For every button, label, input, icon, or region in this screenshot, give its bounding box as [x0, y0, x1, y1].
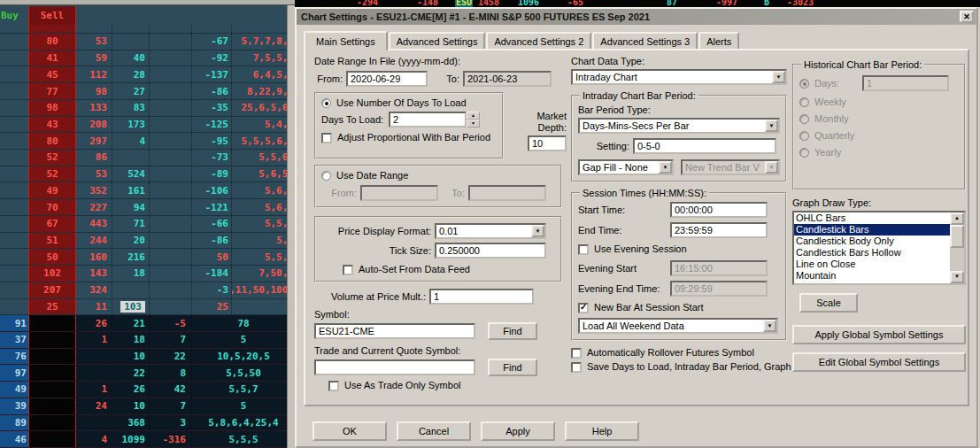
- scroll-down-icon[interactable]: ▼: [950, 271, 964, 283]
- historical-bar-period-group: Historical Chart Bar Period: Days: Weekl…: [792, 59, 966, 190]
- chevron-down-icon[interactable]: ▼: [659, 161, 672, 174]
- hist-days-field[interactable]: [862, 75, 949, 91]
- scroll-up-icon[interactable]: ▲: [950, 212, 964, 225]
- dialog-titlebar[interactable]: Chart Settings - ESU21-CME[M] #1 - E-MIN…: [297, 9, 976, 25]
- scrollbar-track[interactable]: [950, 248, 964, 271]
- days-to-load-field[interactable]: [389, 112, 467, 127]
- close-button[interactable]: ✕: [960, 11, 974, 23]
- tab-main-settings[interactable]: Main Settings: [304, 31, 388, 50]
- price-cell: [0, 233, 28, 249]
- dom-cell: -86: [191, 233, 231, 249]
- hist-quarterly-label: Quarterly: [814, 130, 854, 142]
- panel-scrollbar[interactable]: [287, 5, 295, 448]
- tab-advanced-settings-2[interactable]: Advanced Settings 2: [486, 32, 591, 49]
- dom-cell: [149, 25, 191, 33]
- apply-button[interactable]: Apply: [481, 421, 555, 441]
- dom-cell: [76, 415, 112, 431]
- end-time-field[interactable]: [670, 222, 768, 238]
- days-to-load-spinner[interactable]: ▲ ▼: [467, 112, 480, 127]
- graph-draw-option[interactable]: Candlestick Bars Hollow: [794, 247, 950, 259]
- dom-cell: 324: [76, 282, 112, 298]
- evening-start-field[interactable]: [670, 260, 768, 276]
- adjust-proportional-checkbox[interactable]: ✓: [321, 133, 332, 143]
- tick-size-field[interactable]: [435, 243, 546, 259]
- hist-quarterly-radio[interactable]: [799, 131, 809, 141]
- tab-advanced-settings[interactable]: Advanced Settings: [389, 32, 486, 49]
- hist-monthly-radio[interactable]: [799, 114, 809, 124]
- price-cell: [0, 25, 28, 33]
- gap-fill-combo[interactable]: Gap Fill - None ▼: [578, 159, 674, 175]
- help-button[interactable]: Help: [565, 421, 639, 441]
- new-trend-bar-combo[interactable]: New Trend Bar V ▼: [681, 159, 780, 175]
- graph-draw-option[interactable]: Candlestick Body Only: [794, 236, 950, 247]
- find-trade-symbol-button[interactable]: Find: [488, 359, 537, 376]
- price-display-format-combo[interactable]: 0.01 ▼: [435, 223, 546, 239]
- use-date-range-radio[interactable]: [321, 171, 331, 181]
- tab-alerts[interactable]: Alerts: [698, 32, 739, 49]
- range-to-field[interactable]: [468, 185, 546, 201]
- dom-cell: 3: [149, 415, 191, 431]
- volume-mult-field[interactable]: [429, 289, 534, 305]
- dom-cell: [149, 266, 191, 282]
- scale-button[interactable]: Scale: [799, 293, 858, 313]
- scrollbar-thumb[interactable]: [950, 225, 964, 248]
- chevron-down-icon[interactable]: ▼: [772, 71, 785, 83]
- evening-start-label: Evening Start: [578, 263, 670, 274]
- dom-cell: 25: [191, 299, 231, 315]
- symbol-field[interactable]: [314, 323, 475, 339]
- graph-draw-type-label: Graph Draw Type:: [792, 197, 969, 209]
- graph-draw-option[interactable]: Candlestick Bars: [794, 224, 950, 236]
- rollover-checkbox[interactable]: ✓: [571, 348, 582, 359]
- evening-end-field[interactable]: [670, 281, 768, 297]
- to-date-field[interactable]: [463, 71, 552, 87]
- tab-advanced-settings-3[interactable]: Advanced Settings 3: [592, 32, 698, 49]
- chevron-down-icon[interactable]: ▼: [765, 161, 778, 174]
- date-range-label: Date Range In File (yyyy-mm-dd):: [314, 56, 569, 67]
- bar-period-type-combo[interactable]: Days-Mins-Secs Per Bar ▼: [578, 118, 780, 134]
- trade-only-checkbox[interactable]: ✓: [328, 381, 339, 391]
- hist-weekly-radio[interactable]: [799, 97, 809, 107]
- dom-cell: [112, 25, 149, 33]
- find-symbol-button[interactable]: Find: [488, 322, 537, 340]
- edit-global-settings-button[interactable]: Edit Global Symbol Settings: [792, 352, 966, 372]
- hist-days-radio[interactable]: [799, 79, 809, 89]
- dom-cell: 25: [28, 299, 76, 315]
- trade-symbol-field[interactable]: [314, 359, 475, 375]
- dom-cell: 45: [28, 66, 76, 82]
- evening-end-label: Evening End Time:: [578, 283, 670, 295]
- market-depth-field[interactable]: [528, 135, 567, 151]
- graph-draw-option[interactable]: OHLC Bars: [794, 212, 950, 224]
- dom-cell: 227: [76, 199, 112, 215]
- weekend-data-combo[interactable]: Load All Weekend Data ▼: [578, 318, 778, 334]
- chart-data-type-combo[interactable]: Intraday Chart ▼: [571, 69, 787, 85]
- hist-yearly-radio[interactable]: [799, 148, 809, 158]
- chevron-down-icon[interactable]: ▼: [765, 120, 778, 132]
- from-date-field[interactable]: [346, 71, 428, 87]
- price-cell: [0, 133, 28, 149]
- right-column: Historical Chart Bar Period: Days: Weekl…: [792, 54, 969, 372]
- use-evening-session-checkbox[interactable]: ✓: [578, 244, 589, 255]
- spin-down-icon[interactable]: ▼: [467, 120, 480, 127]
- new-bar-session-checkbox[interactable]: ✓: [578, 303, 589, 313]
- listbox-scrollbar[interactable]: ▲ ▼: [950, 212, 964, 283]
- setting-field[interactable]: [633, 138, 776, 154]
- dom-cell: 50: [28, 249, 76, 265]
- save-defaults-checkbox[interactable]: ✓: [571, 362, 582, 373]
- graph-draw-option[interactable]: Line on Close: [794, 259, 950, 270]
- cancel-button[interactable]: Cancel: [397, 421, 471, 441]
- dom-cell: 368: [112, 415, 149, 431]
- graph-draw-option[interactable]: Mountain: [794, 270, 950, 282]
- spin-up-icon[interactable]: ▲: [467, 112, 480, 120]
- chevron-down-icon[interactable]: ▼: [531, 225, 544, 237]
- range-from-field[interactable]: [360, 185, 438, 201]
- start-time-field[interactable]: [670, 202, 768, 218]
- autoset-checkbox[interactable]: ✓: [343, 265, 353, 275]
- chevron-down-icon[interactable]: ▼: [763, 320, 776, 332]
- dom-cell: 160: [76, 249, 112, 265]
- tab-strip: Main Settings Advanced Settings Advanced…: [304, 29, 969, 49]
- apply-global-settings-button[interactable]: Apply Global Symbol Settings: [792, 325, 966, 344]
- use-days-radio[interactable]: [321, 98, 331, 108]
- dom-cell: 216: [112, 249, 149, 265]
- dom-cell: 52: [28, 166, 76, 182]
- ok-button[interactable]: OK: [313, 421, 387, 441]
